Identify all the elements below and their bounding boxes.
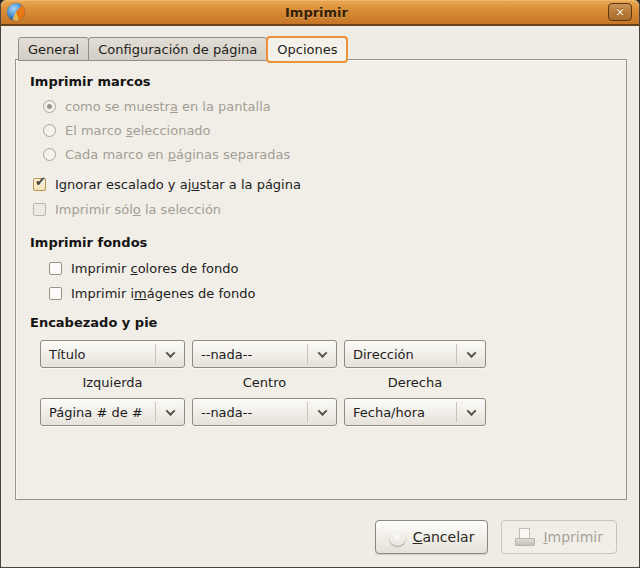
radio-button-icon[interactable] <box>43 148 56 161</box>
cancel-button[interactable]: ✕ Cancelar <box>375 520 489 554</box>
tab-general[interactable]: General <box>18 37 89 61</box>
ignore-scaling-label: Ignorar escalado y ajustar a la página <box>55 177 301 192</box>
window-title: Imprimir <box>25 5 608 20</box>
chevron-down-icon[interactable] <box>457 341 485 367</box>
options-tab-panel: Imprimir marcos como se muestra en la pa… <box>15 59 627 500</box>
checkbox-print-bg-colors[interactable]: ✔ Imprimir colores de fondo <box>49 260 612 276</box>
radio-selected-frame-label: El marco seleccionado <box>65 123 211 138</box>
cancel-button-label: Cancelar <box>413 529 475 545</box>
radio-as-laid-out[interactable]: como se muestra en la pantalla <box>43 99 612 114</box>
column-label-center: Centro <box>192 368 337 398</box>
checkbox-icon[interactable]: ✔ <box>49 287 62 300</box>
tab-page-setup[interactable]: Configuración de página <box>88 37 267 61</box>
header-left-dropdown[interactable]: Título <box>40 340 185 368</box>
checkbox-ignore-scaling[interactable]: ✔ Ignorar escalado y ajustar a la página <box>33 176 612 192</box>
column-label-left: Izquierda <box>40 368 185 398</box>
print-bg-colors-label: Imprimir colores de fondo <box>71 261 238 276</box>
header-center-dropdown[interactable]: --nada-- <box>192 340 337 368</box>
checkbox-print-bg-images[interactable]: ✔ Imprimir imágenes de fondo <box>49 285 612 301</box>
header-center-value: --nada-- <box>193 341 307 367</box>
footer-right-value: Fecha/hora <box>345 399 456 425</box>
cancel-icon: ✕ <box>389 529 406 546</box>
radio-button-icon[interactable] <box>43 124 56 137</box>
print-backgrounds-section-title: Imprimir fondos <box>30 235 612 250</box>
radio-button-icon[interactable] <box>43 100 56 113</box>
radio-as-laid-out-label: como se muestra en la pantalla <box>65 99 271 114</box>
chevron-down-icon[interactable] <box>308 341 336 367</box>
footer-right-dropdown[interactable]: Fecha/hora <box>344 398 486 426</box>
chevron-down-icon[interactable] <box>457 399 485 425</box>
chevron-down-icon[interactable] <box>156 341 184 367</box>
checkbox-icon[interactable]: ✔ <box>33 203 46 216</box>
chevron-down-icon[interactable] <box>308 399 336 425</box>
footer-center-value: --nada-- <box>193 399 307 425</box>
print-button[interactable]: Imprimir <box>501 520 617 554</box>
tab-options[interactable]: Opciones <box>266 36 348 63</box>
print-frames-section-title: Imprimir marcos <box>30 74 612 89</box>
header-right-dropdown[interactable]: Dirección <box>344 340 486 368</box>
header-right-value: Dirección <box>345 341 456 367</box>
print-button-label: Imprimir <box>543 529 603 545</box>
footer-left-dropdown[interactable]: Página # de # <box>40 398 185 426</box>
header-left-value: Título <box>41 341 155 367</box>
titlebar[interactable]: Imprimir ✕ <box>1 0 639 26</box>
checkbox-icon[interactable]: ✔ <box>33 178 46 191</box>
radio-selected-frame[interactable]: El marco seleccionado <box>43 123 612 138</box>
checkbox-icon[interactable]: ✔ <box>49 262 62 275</box>
radio-each-frame-label: Cada marco en páginas separadas <box>65 147 290 162</box>
radio-each-frame[interactable]: Cada marco en páginas separadas <box>43 147 612 162</box>
close-icon[interactable]: ✕ <box>608 3 632 21</box>
header-footer-grid: Título --nada-- Dirección Izquierda Cent… <box>40 340 612 426</box>
footer-left-value: Página # de # <box>41 399 155 425</box>
column-label-right: Derecha <box>344 368 486 398</box>
footer-center-dropdown[interactable]: --nada-- <box>192 398 337 426</box>
checkbox-selection-only[interactable]: ✔ Imprimir sólo la selección <box>33 201 612 217</box>
printer-icon <box>515 528 536 546</box>
firefox-icon <box>7 3 25 21</box>
header-footer-section-title: Encabezado y pie <box>30 315 612 330</box>
tab-bar: General Configuración de página Opciones <box>18 36 639 61</box>
print-dialog-window: Imprimir ✕ General Configuración de pági… <box>0 0 640 568</box>
selection-only-label: Imprimir sólo la selección <box>55 202 221 217</box>
checkmark-icon: ✔ <box>35 174 46 189</box>
chevron-down-icon[interactable] <box>156 399 184 425</box>
print-bg-images-label: Imprimir imágenes de fondo <box>71 286 255 301</box>
dialog-button-row: ✕ Cancelar Imprimir <box>375 520 617 554</box>
